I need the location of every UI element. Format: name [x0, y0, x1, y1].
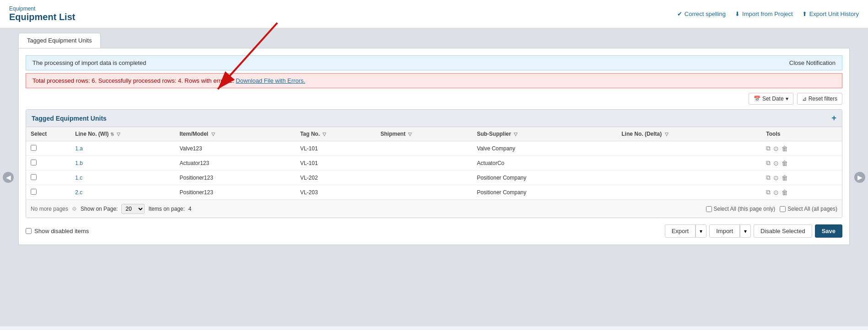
set-date-button[interactable]: 📅 Set Date ▾ [749, 93, 793, 105]
row-checkbox-2[interactable] [31, 174, 37, 180]
cell-select-2 [26, 170, 70, 185]
add-row-button[interactable]: + [831, 113, 836, 123]
filter-icon-item-model[interactable]: ▽ [211, 132, 215, 137]
correct-spelling-button[interactable]: ✔ Correct spelling [677, 11, 726, 17]
cell-item-model-2: Positioner123 [175, 170, 295, 185]
cell-shipment-3 [376, 185, 472, 200]
delete-icon-3[interactable]: 🗑 [782, 189, 788, 196]
row-checkbox-3[interactable] [31, 189, 37, 195]
nav-arrow-left[interactable]: ◀ [3, 172, 14, 183]
history-icon-1[interactable]: ⊙ [773, 160, 779, 167]
save-button[interactable]: Save [815, 224, 842, 238]
gear-icon: ⚙ [72, 206, 77, 212]
import-from-project-icon: ⬇ [735, 11, 740, 17]
copy-icon-3[interactable]: ⧉ [766, 188, 771, 196]
delete-icon-1[interactable]: 🗑 [782, 160, 788, 167]
export-dropdown-button[interactable]: ▾ [695, 224, 706, 238]
import-button[interactable]: Import [709, 224, 740, 238]
error-bar: Total processed rows: 6. Successfully pr… [26, 73, 842, 88]
show-on-page-select[interactable]: 20 50 100 [121, 204, 145, 214]
col-header-line-no-wi: Line No. (WI) ⇅ ▽ [70, 127, 175, 141]
cell-tools-0: ⧉ ⊙ 🗑 [761, 141, 842, 156]
page-header: Equipment Equipment List ✔ Correct spell… [0, 0, 868, 28]
history-icon-0[interactable]: ⊙ [773, 145, 779, 152]
sort-icon-line-no-wi[interactable]: ⇅ [110, 132, 114, 137]
tab-panel: Tagged Equipment Units The processing of… [18, 33, 850, 245]
copy-icon-1[interactable]: ⧉ [766, 159, 771, 167]
cell-tools-1: ⧉ ⊙ 🗑 [761, 156, 842, 170]
export-button[interactable]: Export [665, 224, 696, 238]
cell-line-no-0: 1.a [70, 141, 175, 156]
tab-header: Tagged Equipment Units [18, 33, 850, 48]
download-errors-link[interactable]: Download File with Errors. [236, 77, 305, 84]
set-date-dropdown-icon: ▾ [786, 96, 788, 102]
page-title: Equipment List [9, 12, 75, 22]
action-buttons: Export ▾ Import ▾ Disable Selected Save [665, 224, 842, 238]
show-disabled-label[interactable]: Show disabled items [26, 228, 89, 234]
main-area: ◀ ▶ Tagged Equipment Units The processin… [0, 28, 868, 326]
export-unit-history-icon: ⬆ [802, 11, 807, 17]
filter-icon-shipment[interactable]: ▽ [408, 132, 412, 137]
filter-icon-tag-no[interactable]: ▽ [323, 132, 326, 137]
cell-select-0 [26, 141, 70, 156]
col-header-shipment: Shipment ▽ [376, 127, 472, 141]
history-icon-3[interactable]: ⊙ [773, 189, 779, 196]
delete-icon-0[interactable]: 🗑 [782, 145, 788, 152]
show-disabled-checkbox[interactable] [26, 228, 32, 234]
import-from-project-label: Import from Project [742, 11, 793, 17]
table-row: 2.c Positioner123 VL-203 Positioner Comp… [26, 185, 842, 200]
copy-icon-0[interactable]: ⧉ [766, 144, 771, 152]
col-header-tag-no: Tag No. ▽ [296, 127, 376, 141]
row-checkbox-1[interactable] [31, 160, 37, 165]
select-all-this-page-label[interactable]: Select All (this page only) [706, 206, 776, 212]
import-dropdown-button[interactable]: ▾ [740, 224, 751, 238]
col-header-tools: Tools [761, 127, 842, 141]
reset-filters-button[interactable]: ⊿ Reset filters [797, 93, 842, 105]
cell-tag-no-0: VL-101 [296, 141, 376, 156]
row-checkbox-0[interactable] [31, 145, 37, 151]
error-text: Total processed rows: 6. Successfully pr… [32, 77, 234, 84]
select-all-all-pages-label[interactable]: Select All (all pages) [780, 206, 837, 212]
export-unit-history-label: Export Unit History [809, 11, 859, 17]
export-unit-history-button[interactable]: ⬆ Export Unit History [802, 11, 859, 17]
select-all-all-pages-checkbox[interactable] [780, 206, 786, 212]
copy-icon-2[interactable]: ⧉ [766, 174, 771, 181]
calendar-icon: 📅 [754, 96, 760, 102]
filter-icon-line-no-delta[interactable]: ▽ [665, 132, 669, 137]
table-header: Select Line No. (WI) ⇅ ▽ Item/Model ▽ [26, 127, 842, 141]
reset-filters-label: Reset filters [809, 96, 837, 102]
cell-line-no-3: 2.c [70, 185, 175, 200]
table-header-row: Select Line No. (WI) ⇅ ▽ Item/Model ▽ [26, 127, 842, 141]
cell-sub-supplier-3: Positioner Company [472, 185, 617, 200]
delete-icon-2[interactable]: 🗑 [782, 174, 788, 181]
items-on-page-label: Items on page: [148, 206, 184, 212]
notification-message: The processing of import data is complet… [32, 59, 146, 66]
cell-select-1 [26, 156, 70, 170]
nav-arrow-right[interactable]: ▶ [854, 172, 865, 183]
history-icon-2[interactable]: ⊙ [773, 174, 779, 181]
table-section-header: Tagged Equipment Units + [26, 110, 842, 127]
cell-sub-supplier-0: Valve Company [472, 141, 617, 156]
breadcrumb: Equipment [9, 5, 75, 12]
filter-icon-line-no-wi[interactable]: ▽ [117, 132, 120, 137]
table-row: 1.c Positioner123 VL-202 Positioner Comp… [26, 170, 842, 185]
header-right: ✔ Correct spelling ⬇ Import from Project… [677, 11, 859, 17]
tab-tagged-equipment-units[interactable]: Tagged Equipment Units [18, 33, 101, 48]
table-body: 1.a Valve123 VL-101 Valve Company ⧉ ⊙ 🗑 … [26, 141, 842, 200]
import-from-project-button[interactable]: ⬇ Import from Project [735, 11, 793, 17]
set-date-label: Set Date [762, 96, 784, 102]
cell-item-model-0: Valve123 [175, 141, 295, 156]
select-all-this-page-checkbox[interactable] [706, 206, 712, 212]
disable-selected-button[interactable]: Disable Selected [754, 224, 812, 238]
filter-icon-sub-supplier[interactable]: ▽ [514, 132, 518, 137]
table-section: Tagged Equipment Units + Select Line No.… [26, 109, 842, 218]
cell-tools-3: ⧉ ⊙ 🗑 [761, 185, 842, 200]
col-header-select: Select [26, 127, 70, 141]
header-left: Equipment Equipment List [9, 5, 75, 22]
bottom-controls: Show disabled items Export ▾ Import ▾ Di… [26, 224, 842, 238]
close-notification-button[interactable]: Close Notification [789, 59, 836, 66]
cell-line-no-delta-2 [617, 170, 761, 185]
cell-shipment-1 [376, 156, 472, 170]
col-header-item-model: Item/Model ▽ [175, 127, 295, 141]
cell-sub-supplier-1: ActuatorCo [472, 156, 617, 170]
